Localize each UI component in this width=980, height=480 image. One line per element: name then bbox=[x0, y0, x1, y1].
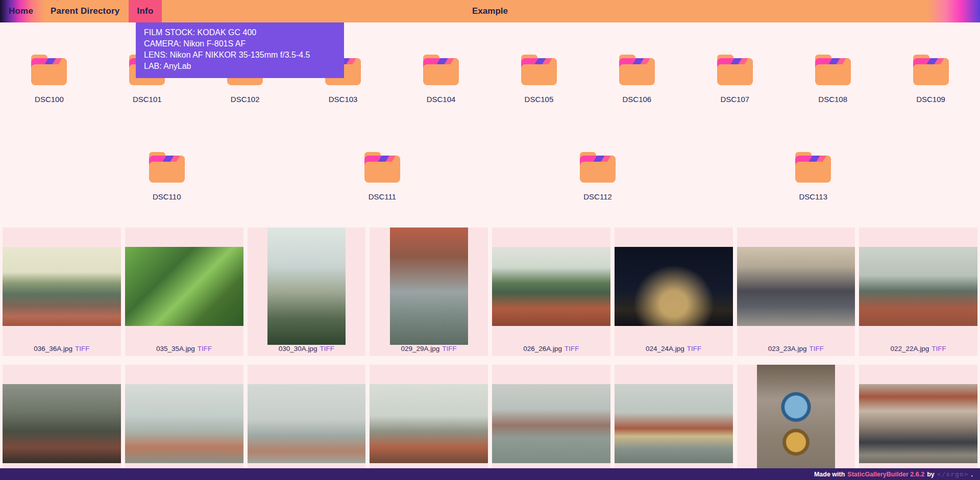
folder-dsc109[interactable]: DSC109 bbox=[882, 53, 979, 104]
tiff-link[interactable]: TIFF bbox=[320, 345, 335, 352]
photo-filename: 026_26A.jpg bbox=[523, 345, 562, 352]
tiff-link[interactable]: TIFF bbox=[810, 345, 824, 352]
folder-label: DSC103 bbox=[295, 95, 392, 104]
photo-caption: 035_35A.jpg TIFF bbox=[125, 345, 243, 356]
photo-caption: 036_36A.jpg TIFF bbox=[3, 345, 121, 356]
photo-area bbox=[615, 228, 733, 345]
photo-thumbnail[interactable] bbox=[125, 247, 243, 326]
photo-area bbox=[492, 228, 610, 345]
folder-icon bbox=[520, 53, 558, 87]
photo-caption: 023_23A.jpg TIFF bbox=[737, 345, 855, 356]
photo-area bbox=[125, 365, 243, 480]
photo-thumbnail[interactable] bbox=[859, 247, 977, 326]
folder-label: DSC105 bbox=[490, 95, 587, 104]
photo-filename: 022_22A.jpg bbox=[890, 345, 929, 352]
tiff-link[interactable]: TIFF bbox=[932, 345, 946, 352]
photo-card: 024_24A.jpg TIFF bbox=[615, 228, 733, 356]
photo-card bbox=[125, 365, 243, 480]
folder-label: DSC113 bbox=[765, 192, 862, 201]
photo-card bbox=[615, 365, 733, 480]
photo-card: 023_23A.jpg TIFF bbox=[737, 228, 855, 356]
photo-thumbnail[interactable] bbox=[615, 247, 733, 326]
info-line-film-stock: FILM STOCK: KODAK GC 400 bbox=[144, 27, 336, 38]
folder-label: DSC110 bbox=[118, 192, 215, 201]
folder-label: DSC109 bbox=[882, 95, 979, 104]
photo-thumbnail[interactable] bbox=[757, 365, 835, 480]
photo-area bbox=[3, 228, 121, 345]
nav-item-home[interactable]: Home bbox=[0, 0, 42, 22]
folder-dsc108[interactable]: DSC108 bbox=[784, 53, 881, 104]
photo-thumbnail[interactable] bbox=[267, 228, 346, 345]
tiff-link[interactable]: TIFF bbox=[198, 345, 212, 352]
folder-icon bbox=[716, 53, 754, 87]
folder-dsc106[interactable]: DSC106 bbox=[588, 53, 685, 104]
folder-icon bbox=[618, 53, 656, 87]
tiff-link[interactable]: TIFF bbox=[442, 345, 457, 352]
photo-thumbnail[interactable] bbox=[492, 384, 610, 463]
photo-caption: 030_30A.jpg TIFF bbox=[248, 345, 366, 356]
photo-filename: 023_23A.jpg bbox=[768, 345, 807, 352]
photo-area bbox=[737, 365, 855, 480]
photo-caption: 022_22A.jpg TIFF bbox=[859, 345, 977, 356]
photo-card: 026_26A.jpg TIFF bbox=[492, 228, 610, 356]
photo-thumbnail[interactable] bbox=[390, 228, 468, 345]
folder-icon bbox=[814, 53, 852, 87]
folder-dsc110[interactable]: DSC110 bbox=[118, 150, 215, 201]
tiff-link[interactable]: TIFF bbox=[75, 345, 90, 352]
folder-label: DSC102 bbox=[197, 95, 294, 104]
photo-card bbox=[492, 365, 610, 480]
photo-area bbox=[615, 365, 733, 480]
photo-caption: 029_29A.jpg TIFF bbox=[370, 345, 488, 356]
folder-label: DSC101 bbox=[99, 95, 196, 104]
photo-thumbnail[interactable] bbox=[492, 247, 610, 326]
photo-thumbnail[interactable] bbox=[737, 247, 855, 326]
photo-area bbox=[492, 365, 610, 480]
photo-caption: 026_26A.jpg TIFF bbox=[492, 345, 610, 356]
photo-card bbox=[737, 365, 855, 480]
tiff-link[interactable]: TIFF bbox=[565, 345, 579, 352]
photo-thumbnail[interactable] bbox=[3, 247, 121, 326]
folder-dsc104[interactable]: DSC104 bbox=[393, 53, 490, 104]
photo-area bbox=[248, 228, 366, 345]
info-line-lab: LAB: AnyLab bbox=[144, 61, 336, 72]
photo-filename: 036_36A.jpg bbox=[34, 345, 72, 352]
photo-area bbox=[248, 365, 366, 480]
folder-label: DSC107 bbox=[686, 95, 783, 104]
folder-icon bbox=[578, 150, 617, 184]
photo-card bbox=[859, 365, 977, 480]
folder-dsc105[interactable]: DSC105 bbox=[490, 53, 587, 104]
builder-version-link[interactable]: StaticGalleryBuilder 2.6.2 bbox=[847, 471, 924, 478]
photo-thumbnail[interactable] bbox=[3, 384, 121, 463]
photo-card: 030_30A.jpg TIFF bbox=[248, 228, 366, 356]
folder-icon bbox=[422, 53, 460, 87]
photo-thumbnail[interactable] bbox=[370, 384, 488, 463]
footer: Made with StaticGalleryBuilder 2.6.2 by … bbox=[0, 468, 980, 480]
photo-filename: 030_30A.jpg bbox=[279, 345, 317, 352]
nav-item-info[interactable]: Info bbox=[129, 0, 162, 22]
footer-period: . bbox=[971, 471, 973, 478]
photo-area bbox=[859, 365, 977, 480]
photo-thumbnail[interactable] bbox=[615, 384, 733, 463]
folder-icon bbox=[148, 150, 186, 184]
folder-icon bbox=[30, 53, 68, 87]
navbar: Home Parent Directory Info Example bbox=[0, 0, 980, 22]
folder-dsc113[interactable]: DSC113 bbox=[765, 150, 862, 201]
tiff-link[interactable]: TIFF bbox=[687, 345, 702, 352]
srgn-logo[interactable]: </srgn> bbox=[937, 470, 969, 478]
footer-by-text: by bbox=[927, 471, 935, 478]
photo-area bbox=[737, 228, 855, 345]
folder-dsc112[interactable]: DSC112 bbox=[549, 150, 647, 201]
folder-dsc100[interactable]: DSC100 bbox=[1, 53, 98, 104]
folder-dsc111[interactable]: DSC111 bbox=[333, 150, 431, 201]
folder-label: DSC111 bbox=[333, 192, 431, 201]
nav-item-parent-directory[interactable]: Parent Directory bbox=[42, 0, 128, 22]
folder-dsc107[interactable]: DSC107 bbox=[686, 53, 783, 104]
photo-area bbox=[370, 228, 488, 345]
photo-thumbnail[interactable] bbox=[125, 384, 243, 463]
photo-thumbnail[interactable] bbox=[248, 384, 366, 463]
photo-filename: 029_29A.jpg bbox=[401, 345, 439, 352]
photo-filename: 035_35A.jpg bbox=[156, 345, 195, 352]
folder-label: DSC106 bbox=[588, 95, 685, 104]
photo-area bbox=[125, 228, 243, 345]
photo-thumbnail[interactable] bbox=[859, 384, 977, 463]
